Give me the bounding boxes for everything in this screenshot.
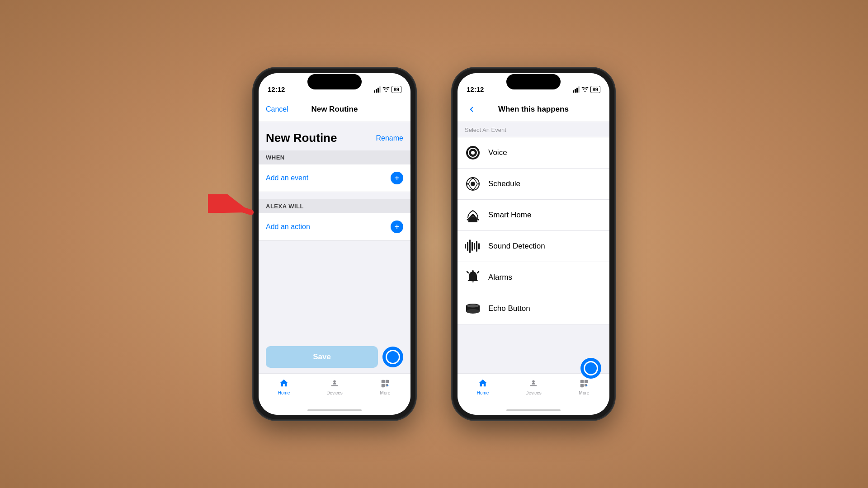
tab-devices-1[interactable]: Devices bbox=[319, 377, 350, 395]
event-name-sounddetection: Sound Detection bbox=[488, 242, 545, 251]
event-item-alarms[interactable]: Alarms bbox=[458, 262, 609, 293]
tab-more-2[interactable]: More bbox=[568, 377, 600, 395]
schedule-icon bbox=[465, 176, 481, 192]
rename-button[interactable]: Rename bbox=[376, 134, 403, 142]
svg-rect-23 bbox=[478, 243, 480, 249]
svg-rect-3 bbox=[331, 385, 338, 386]
svg-point-13 bbox=[472, 178, 474, 179]
tab-more-1[interactable]: More bbox=[369, 377, 401, 395]
tab-devices-2[interactable]: Devices bbox=[518, 377, 549, 395]
dynamic-island-2 bbox=[506, 74, 561, 89]
battery-1: 89 bbox=[392, 86, 401, 93]
add-action-label: Add an action bbox=[266, 223, 310, 231]
back-button[interactable] bbox=[465, 103, 478, 116]
wifi-icon-2 bbox=[581, 87, 589, 92]
svg-rect-5 bbox=[386, 380, 389, 383]
sounddetection-icon bbox=[465, 238, 481, 254]
tab-more-label-2: More bbox=[579, 390, 590, 395]
svg-point-29 bbox=[466, 309, 480, 314]
svg-line-26 bbox=[477, 272, 479, 273]
status-icons-2: 89 bbox=[573, 86, 600, 93]
status-time-1: 12:12 bbox=[268, 85, 285, 93]
svg-rect-33 bbox=[580, 380, 584, 383]
home-indicator-1 bbox=[259, 406, 410, 415]
svg-rect-21 bbox=[474, 243, 475, 249]
dynamic-island-1 bbox=[307, 74, 362, 89]
status-time-2: 12:12 bbox=[467, 85, 484, 93]
status-icons-1: 89 bbox=[374, 86, 401, 93]
tab-more-label-1: More bbox=[380, 390, 391, 395]
home-bar-2 bbox=[506, 409, 561, 411]
svg-rect-17 bbox=[465, 244, 466, 249]
svg-rect-24 bbox=[472, 270, 474, 272]
event-item-echobutton[interactable]: Echo Button bbox=[458, 293, 609, 324]
add-event-item[interactable]: Add an event + bbox=[259, 164, 410, 192]
battery-level-2: 89 bbox=[590, 86, 600, 93]
alexa-ring-2-container bbox=[580, 358, 601, 379]
nav-title-1: New Routine bbox=[311, 105, 358, 114]
svg-rect-22 bbox=[476, 241, 477, 252]
svg-rect-34 bbox=[585, 380, 588, 383]
phone-1: 12:12 89 bbox=[253, 68, 416, 420]
svg-rect-4 bbox=[382, 380, 385, 383]
home-tab-icon-2 bbox=[477, 377, 489, 389]
save-button[interactable]: Save bbox=[266, 346, 378, 368]
svg-point-14 bbox=[467, 183, 468, 185]
svg-rect-18 bbox=[467, 242, 468, 251]
voice-icon bbox=[465, 145, 481, 161]
tab-home-2[interactable]: Home bbox=[467, 377, 499, 395]
svg-point-30 bbox=[467, 305, 479, 308]
wifi-icon-1 bbox=[382, 87, 390, 92]
home-icon-1 bbox=[278, 377, 290, 389]
event-item-smarthome[interactable]: Smart Home bbox=[458, 200, 609, 231]
routine-header: New Routine Rename bbox=[259, 122, 410, 150]
event-item-voice[interactable]: Voice bbox=[458, 137, 609, 169]
svg-point-2 bbox=[333, 380, 336, 383]
event-name-smarthome: Smart Home bbox=[488, 211, 531, 220]
more-icon-1 bbox=[379, 377, 391, 389]
svg-point-31 bbox=[532, 380, 535, 383]
alexa-ring-inner-2 bbox=[584, 361, 598, 375]
add-action-plus-icon[interactable]: + bbox=[391, 221, 403, 233]
screen-content-1: New Routine Rename WHEN Add an event + A… bbox=[259, 122, 410, 341]
cancel-button[interactable]: Cancel bbox=[266, 105, 288, 113]
phone-screen-1: 12:12 89 bbox=[259, 73, 410, 415]
event-item-sounddetection[interactable]: Sound Detection bbox=[458, 231, 609, 262]
echobutton-icon bbox=[465, 300, 481, 317]
signal-icon-1 bbox=[374, 86, 381, 93]
alexa-ring-inner-1 bbox=[386, 350, 400, 364]
svg-point-12 bbox=[471, 182, 475, 186]
svg-rect-32 bbox=[530, 385, 537, 386]
svg-point-15 bbox=[472, 189, 474, 190]
red-arrow-indicator bbox=[208, 194, 258, 223]
when-section-header: WHEN bbox=[259, 150, 410, 164]
smarthome-icon bbox=[465, 207, 481, 223]
event-item-schedule[interactable]: Schedule bbox=[458, 169, 609, 200]
tab-home-1[interactable]: Home bbox=[268, 377, 300, 395]
phone-2: 12:12 89 bbox=[452, 68, 615, 420]
home-indicator-2 bbox=[458, 406, 609, 415]
select-event-header: Select An Event bbox=[458, 122, 609, 137]
event-name-echobutton: Echo Button bbox=[488, 304, 530, 313]
nav-bar-2: When this happens bbox=[458, 97, 609, 122]
svg-line-25 bbox=[467, 272, 468, 273]
add-event-plus-icon[interactable]: + bbox=[391, 172, 403, 184]
svg-rect-6 bbox=[382, 384, 385, 387]
add-action-item[interactable]: Add an action + bbox=[259, 213, 410, 241]
devices-tab-icon-2 bbox=[528, 377, 539, 389]
svg-rect-35 bbox=[580, 384, 584, 387]
tab-devices-label-2: Devices bbox=[525, 390, 542, 395]
alarms-icon bbox=[465, 269, 481, 286]
svg-rect-20 bbox=[472, 242, 473, 251]
add-event-label: Add an event bbox=[266, 174, 308, 182]
tab-home-label-1: Home bbox=[278, 390, 290, 395]
nav-title-2: When this happens bbox=[498, 105, 569, 114]
home-bar-1 bbox=[307, 409, 362, 411]
alexa-ring-1 bbox=[382, 347, 403, 367]
signal-icon-2 bbox=[573, 86, 580, 93]
devices-icon-1 bbox=[329, 377, 340, 389]
svg-point-10 bbox=[471, 151, 475, 155]
routine-title: New Routine bbox=[266, 131, 337, 145]
phone-screen-2: 12:12 89 bbox=[458, 73, 609, 415]
svg-line-1 bbox=[210, 199, 251, 212]
